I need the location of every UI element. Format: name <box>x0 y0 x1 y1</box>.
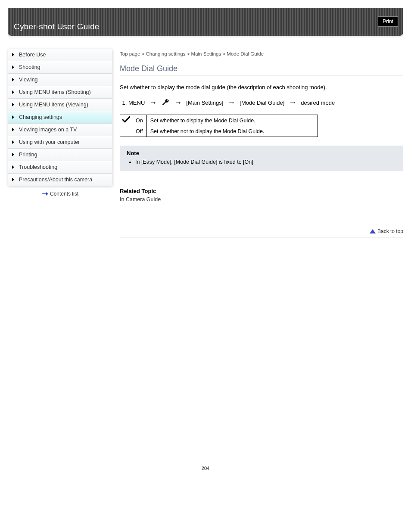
option-description: Set whether to display the Mode Dial Gui… <box>146 115 318 126</box>
contents-list-link-wrap: Contents list <box>8 191 112 197</box>
caret-right-icon <box>12 78 14 81</box>
triangle-up-icon <box>370 229 376 233</box>
menu-text: [Mode Dial Guide] <box>240 100 284 106</box>
sidebar-item-tv[interactable]: Viewing images on a TV <box>8 124 112 136</box>
title-rule <box>120 75 403 75</box>
sidebar-item-shooting[interactable]: Shooting <box>8 61 112 74</box>
option-icon-cell <box>120 126 132 137</box>
sidebar-item-menu-viewing[interactable]: Using MENU items (Viewing) <box>8 99 112 111</box>
breadcrumb: Top page > Changing settings > Main Sett… <box>120 51 403 56</box>
note-title: Note <box>127 150 396 156</box>
sidebar-item-before-use[interactable]: Before Use <box>8 49 112 61</box>
sidebar-item-label: Viewing <box>19 77 38 83</box>
note-box: Note In [Easy Mode], [Mode Dial Guide] i… <box>120 146 403 171</box>
sidebar-item-troubleshooting[interactable]: Troubleshooting <box>8 161 112 174</box>
sidebar-item-changing-settings[interactable]: Changing settings <box>8 111 112 124</box>
sidebar-item-menu-shooting[interactable]: Using MENU items (Shooting) <box>8 86 112 99</box>
caret-right-icon <box>12 140 14 144</box>
caret-right-icon <box>12 165 14 169</box>
sidebar: Before Use Shooting Viewing Using MENU i… <box>8 49 112 237</box>
caret-right-icon <box>12 153 14 156</box>
note-item: In [Easy Mode], [Mode Dial Guide] is fix… <box>135 159 396 165</box>
menu-text: desired mode <box>301 100 335 106</box>
sidebar-nav: Before Use Shooting Viewing Using MENU i… <box>8 49 112 186</box>
sidebar-item-label: Shooting <box>19 64 40 70</box>
divider <box>120 179 403 179</box>
contents-list-label: Contents list <box>50 191 78 197</box>
arrow-right-icon: → <box>174 99 182 106</box>
guide-title: Cyber-shot User Guide <box>14 22 100 31</box>
option-label: Off <box>132 126 147 137</box>
option-description: Set whether not to display the Mode Dial… <box>146 126 318 137</box>
related-title: Related Topic <box>120 188 403 194</box>
sidebar-item-printing[interactable]: Printing <box>8 149 112 161</box>
caret-right-icon <box>12 128 14 131</box>
sidebar-item-label: Using with your computer <box>19 139 80 145</box>
check-icon <box>122 118 130 124</box>
sidebar-item-label: Printing <box>19 152 37 158</box>
print-button[interactable]: Print <box>378 16 398 27</box>
arrow-right-icon: → <box>149 99 157 106</box>
arrow-right-icon <box>41 191 48 197</box>
back-to-top-link[interactable]: Back to top <box>370 228 403 234</box>
svg-marker-1 <box>46 192 48 196</box>
sidebar-item-label: Precautions/About this camera <box>19 177 92 183</box>
option-label: On <box>132 115 147 126</box>
caret-right-icon <box>12 115 14 119</box>
table-row: Off Set whether not to display the Mode … <box>120 126 318 137</box>
sidebar-item-label: Before Use <box>19 52 46 58</box>
caret-right-icon <box>12 178 14 181</box>
sidebar-item-computer[interactable]: Using with your computer <box>8 136 112 149</box>
caret-right-icon <box>12 65 14 69</box>
page-title: Mode Dial Guide <box>120 64 403 73</box>
related-link[interactable]: In Camera Guide <box>120 196 161 202</box>
table-row: On Set whether to display the Mode Dial … <box>120 115 318 126</box>
arrow-right-icon: → <box>227 99 235 106</box>
page-description: Set whether to display the mode dial gui… <box>120 84 403 90</box>
arrow-right-icon: → <box>289 99 296 106</box>
sidebar-item-label: Using MENU items (Shooting) <box>19 89 91 95</box>
instruction-step: MENU → → [Main Settings] → [Mode Dial Gu… <box>128 98 403 107</box>
menu-text: MENU <box>128 100 145 106</box>
sidebar-item-label: Changing settings <box>19 114 62 120</box>
options-table: On Set whether to display the Mode Dial … <box>120 115 318 137</box>
main-content: Top page > Changing settings > Main Sett… <box>120 49 403 237</box>
wrench-icon <box>161 98 170 107</box>
menu-text: [Main Settings] <box>186 100 223 106</box>
contents-list-link[interactable]: Contents list <box>41 191 78 197</box>
option-icon-cell <box>120 115 132 126</box>
sidebar-item-viewing[interactable]: Viewing <box>8 74 112 86</box>
caret-right-icon <box>12 90 14 94</box>
caret-right-icon <box>12 53 14 56</box>
footer-rule <box>120 237 403 237</box>
sidebar-item-label: Using MENU items (Viewing) <box>19 102 88 108</box>
sidebar-item-label: Troubleshooting <box>19 164 57 170</box>
page-number: 204 <box>8 466 403 479</box>
header-band: Cyber-shot User Guide Print <box>8 8 403 36</box>
instruction-list: MENU → → [Main Settings] → [Mode Dial Gu… <box>120 98 403 107</box>
back-to-top-label: Back to top <box>377 228 403 234</box>
sidebar-item-precautions[interactable]: Precautions/About this camera <box>8 174 112 186</box>
caret-right-icon <box>12 103 14 106</box>
sidebar-item-label: Viewing images on a TV <box>19 127 77 133</box>
